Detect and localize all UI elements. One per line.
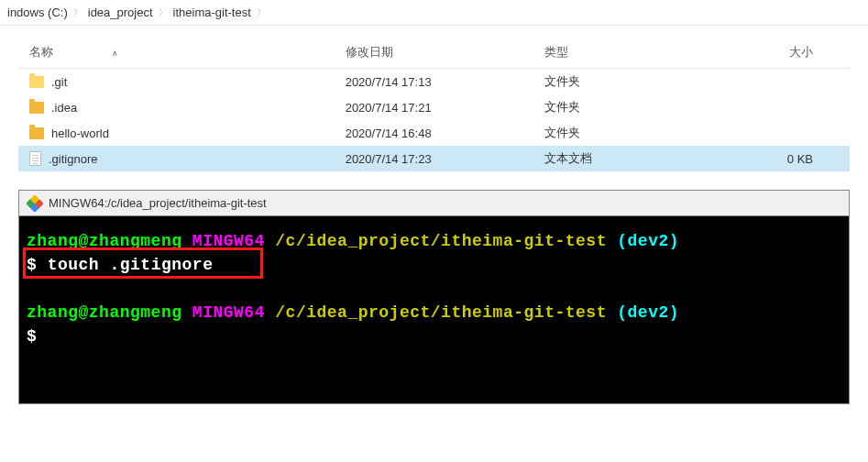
command-text: touch .gitignore <box>48 256 214 274</box>
prompt-user: zhang@zhangmeng <box>27 232 182 250</box>
prompt-branch: (dev2) <box>617 232 679 250</box>
file-date: 2020/7/14 16:48 <box>335 120 534 146</box>
file-name: .idea <box>51 101 77 115</box>
file-date: 2020/7/14 17:13 <box>335 69 534 95</box>
file-date: 2020/7/14 17:21 <box>335 94 534 120</box>
chevron-right-icon: 〉 <box>73 6 82 19</box>
column-header-size[interactable]: 大小 <box>717 37 850 69</box>
file-size <box>717 120 850 146</box>
file-size: 0 KB <box>717 146 850 171</box>
prompt-dollar: $ <box>27 256 37 274</box>
file-type: 文件夹 <box>533 120 717 146</box>
file-size <box>717 94 850 120</box>
file-table: 名称 ∧ 修改日期 类型 大小 .git2020/7/14 17:13文件夹.i… <box>18 37 850 171</box>
breadcrumb[interactable]: indows (C:) 〉 idea_project 〉 itheima-git… <box>0 0 868 26</box>
git-bash-icon <box>26 194 44 213</box>
chevron-right-icon: 〉 <box>159 6 168 19</box>
table-row[interactable]: .gitignore2020/7/14 17:23文本文档0 KB <box>18 146 850 171</box>
terminal-window: MINGW64:/c/idea_project/itheima-git-test… <box>18 190 850 404</box>
file-name: .gitignore <box>49 152 97 166</box>
folder-icon <box>29 102 44 114</box>
prompt-user: zhang@zhangmeng <box>27 303 182 322</box>
terminal-line <box>27 277 841 301</box>
table-row[interactable]: hello-world2020/7/14 16:48文件夹 <box>18 120 850 146</box>
file-name: hello-world <box>51 126 109 140</box>
column-header-date[interactable]: 修改日期 <box>335 37 534 69</box>
column-header-name[interactable]: 名称 ∧ <box>18 37 335 69</box>
terminal-title-text: MINGW64:/c/idea_project/itheima-git-test <box>49 196 267 210</box>
terminal-line: zhang@zhangmeng MINGW64 /c/idea_project/… <box>27 301 841 324</box>
file-type: 文本文档 <box>533 146 717 171</box>
breadcrumb-segment[interactable]: indows (C:) <box>7 6 68 19</box>
file-size <box>717 69 850 95</box>
terminal-titlebar[interactable]: MINGW64:/c/idea_project/itheima-git-test <box>19 191 849 216</box>
table-row[interactable]: .git2020/7/14 17:13文件夹 <box>18 69 850 95</box>
prompt-env: MINGW64 <box>192 303 265 322</box>
prompt-path: /c/idea_project/itheima-git-test <box>275 232 607 250</box>
folder-icon <box>29 127 44 139</box>
prompt-branch: (dev2) <box>617 303 679 322</box>
terminal-line: zhang@zhangmeng MINGW64 /c/idea_project/… <box>27 229 841 253</box>
file-type: 文件夹 <box>533 69 717 95</box>
sort-asc-icon: ∧ <box>112 49 118 58</box>
breadcrumb-segment[interactable]: itheima-git-test <box>173 6 251 19</box>
prompt-dollar: $ <box>27 327 37 346</box>
prompt-path: /c/idea_project/itheima-git-test <box>275 303 607 322</box>
chevron-right-icon: 〉 <box>257 6 266 19</box>
file-icon <box>29 151 41 166</box>
file-list-pane: 名称 ∧ 修改日期 类型 大小 .git2020/7/14 17:13文件夹.i… <box>0 26 868 190</box>
table-row[interactable]: .idea2020/7/14 17:21文件夹 <box>18 94 850 120</box>
file-type: 文件夹 <box>533 94 717 120</box>
file-date: 2020/7/14 17:23 <box>335 146 534 171</box>
file-name: .git <box>51 75 67 89</box>
terminal-body[interactable]: zhang@zhangmeng MINGW64 /c/idea_project/… <box>19 216 849 403</box>
breadcrumb-segment[interactable]: idea_project <box>88 6 153 19</box>
terminal-line: $ touch .gitignore <box>27 253 841 277</box>
prompt-env: MINGW64 <box>192 232 265 250</box>
folder-icon <box>29 76 44 88</box>
terminal-line: $ <box>27 324 841 348</box>
column-header-type[interactable]: 类型 <box>533 37 717 69</box>
